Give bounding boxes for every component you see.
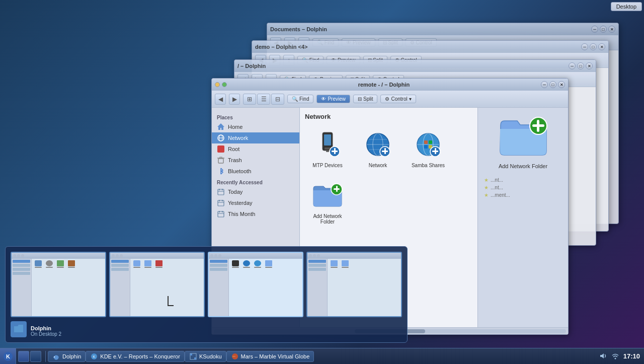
title-demo: demo – Dolphin <4> [255,44,308,50]
grid-item-network[interactable]: Network [355,125,400,171]
quicklaunch-1[interactable] [18,351,29,362]
close-root[interactable]: ✕ [586,62,593,69]
titlebar-main[interactable]: remote - / – Dolphin ─ □ ✕ [212,79,568,91]
switcher-thumb-3[interactable] [208,252,303,317]
view-grid-btn[interactable]: ⊞ [243,94,256,105]
right-action-3: ...ment... [491,192,510,198]
svg-rect-3 [217,145,224,153]
controls-demo: ─ □ ✕ [581,43,605,50]
svg-rect-36 [424,140,428,144]
svg-rect-24 [334,148,336,154]
sidebar-item-root[interactable]: Root [212,143,299,155]
svg-rect-37 [429,140,432,144]
wc2-main[interactable] [222,82,227,87]
svg-rect-20 [325,148,331,150]
maximize-demo[interactable]: □ [590,43,597,50]
sidebar-item-home[interactable]: Home [212,121,299,132]
maximize-root[interactable]: □ [577,62,584,69]
quick-launch [16,351,43,362]
sidebar-network-label: Network [228,135,248,141]
taskbar-clock[interactable]: 17:10 [623,352,640,360]
view-list-btn[interactable]: ☰ [257,94,270,105]
switcher-thumb-1[interactable] [11,252,106,317]
ksudoku-task-label: KSudoku [199,353,222,359]
taskbar-task-konqueror[interactable]: K KDE e.V. – Reports – Konqueror [86,351,185,362]
mtp-icon [311,128,344,161]
find-icon: 🔍 [292,96,298,102]
wifi-icon[interactable] [611,352,619,361]
minimize-main[interactable]: ─ [541,81,548,88]
preview-icon: 👁 [321,96,326,102]
minimize-demo[interactable]: ─ [581,43,588,50]
titlebar-documents[interactable]: Documents – Dolphin ─ □ ✕ [267,23,618,35]
close-main[interactable]: ✕ [558,81,565,88]
titlebar-root[interactable]: / – Dolphin ─ □ ✕ [234,60,596,72]
view-col-btn[interactable]: ⊟ [271,94,284,105]
control-btn-main[interactable]: ⚙ Control ▾ [380,95,416,103]
switcher-thumb-4[interactable] [306,252,402,317]
add-folder-icon [311,179,344,211]
grid-item-add-folder[interactable]: Add NetworkFolder [305,176,350,228]
sidebar-item-network[interactable]: Network [212,132,299,143]
titlebar-demo[interactable]: demo – Dolphin <4> ─ □ ✕ [252,41,608,53]
svg-rect-21 [326,151,329,152]
network-items-grid: MTP Devices [305,125,472,228]
right-panel-main: Add Network Folder ★ ...nt... ★ ...nt...… [477,108,568,327]
forward-btn-main[interactable]: ▶ [229,94,240,105]
kde-menu-button[interactable]: K [0,348,16,365]
minimize-documents[interactable]: ─ [591,26,598,33]
minimize-root[interactable]: ─ [569,62,576,69]
svg-text:K: K [93,355,96,358]
controls-main: ─ □ ✕ [541,81,565,88]
title-main: remote - / – Dolphin [358,82,410,88]
find-btn-main[interactable]: 🔍 Find [287,95,313,103]
control-arrow-icon: ▾ [409,96,412,102]
switcher-app-desktop: On Desktop 2 [31,331,61,337]
quicklaunch-2[interactable] [30,351,41,362]
sidebar-item-thismonth[interactable]: This Month [212,208,299,220]
right-action-1: ...nt... [491,177,503,183]
controls-documents: ─ □ ✕ [591,26,615,33]
taskbar-task-dolphin[interactable]: Dolphin [48,351,86,362]
volume-icon[interactable] [599,352,607,361]
svg-rect-48 [537,120,539,132]
back-btn-main[interactable]: ◀ [215,94,226,105]
svg-rect-4 [218,159,223,163]
switcher-thumb-2[interactable] [109,252,205,317]
desktop-button[interactable]: Desktop [611,2,642,11]
sidebar-root-label: Root [228,146,239,152]
preview-btn-main[interactable]: 👁 Preview [316,95,350,103]
sidebar-item-bluetooth[interactable]: Bluetooth [212,166,299,177]
title-documents: Documents – Dolphin [270,26,327,32]
sidebar-trash-label: Trash [228,157,242,163]
content-section-title: Network [305,113,472,120]
svg-rect-42 [435,148,436,154]
svg-rect-19 [324,134,331,145]
maximize-main[interactable]: □ [549,81,556,88]
sidebar-item-yesterday[interactable]: Yesterday [212,197,299,208]
split-btn-main[interactable]: ⊟ Split [353,95,377,103]
svg-text:K: K [6,353,10,359]
taskbar-task-marble[interactable]: Mars – Marble Virtual Globe [226,351,314,362]
marble-task-label: Mars – Marble Virtual Globe [241,353,310,359]
svg-rect-14 [218,211,224,217]
samba-label: Samba Shares [412,163,445,168]
sidebar-thismonth-label: This Month [228,211,255,217]
sidebar-item-trash[interactable]: Trash [212,155,299,166]
grid-item-mtp[interactable]: MTP Devices [305,125,350,171]
close-demo[interactable]: ✕ [598,43,605,50]
wc1-main[interactable] [215,82,220,87]
right-panel-folder[interactable]: Add Network Folder [498,114,548,169]
thismonth-icon [217,210,225,218]
taskbar-task-ksudoku[interactable]: KSudoku [185,351,226,362]
title-root: / – Dolphin [237,63,266,69]
close-documents[interactable]: ✕ [608,26,615,33]
network-icon [217,134,225,142]
star-icon-3: ★ [484,192,489,198]
system-tray: 17:10 [595,352,644,361]
switcher-thumbnails [11,252,402,317]
dolphin-task-icon [52,352,60,360]
maximize-documents[interactable]: □ [600,26,607,33]
sidebar-item-today[interactable]: Today [212,186,299,197]
grid-item-samba[interactable]: Samba Shares [406,125,451,171]
